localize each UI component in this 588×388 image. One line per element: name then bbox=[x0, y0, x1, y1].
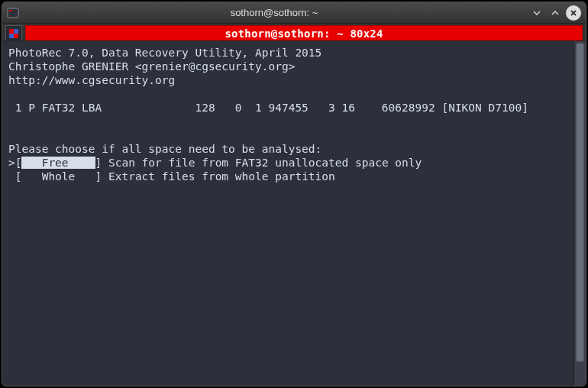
maximize-button[interactable] bbox=[548, 5, 563, 21]
menu-desc-whole: Extract files from whole partition bbox=[108, 170, 335, 183]
scan-prompt: Please choose if all space need to be an… bbox=[8, 143, 321, 155]
app-header-l1: PhotoRec 7.0, Data Recovery Utility, Apr… bbox=[8, 47, 321, 59]
terminal-scrollbar[interactable] bbox=[573, 41, 586, 386]
partition-row: 1 P FAT32 LBA 128 0 1 947455 3 16 606289… bbox=[8, 102, 528, 114]
menu-label-free: Free bbox=[21, 157, 95, 169]
tab-bar: sothorn@sothorn: ~ 80x24 bbox=[2, 24, 586, 40]
app-icon bbox=[7, 7, 19, 19]
window-title: sothorn@sothorn: ~ bbox=[24, 7, 525, 18]
active-tab[interactable]: sothorn@sothorn: ~ 80x24 bbox=[25, 25, 583, 40]
window-controls bbox=[529, 5, 581, 21]
tab-label: sothorn@sothorn: ~ 80x24 bbox=[225, 27, 383, 40]
menu-label-whole: Whole bbox=[21, 170, 95, 183]
minimize-button[interactable] bbox=[529, 5, 544, 21]
menu-desc-free: Scan for file from FAT32 unallocated spa… bbox=[108, 157, 422, 169]
terminal-window: sothorn@sothorn: ~ sothorn@sothorn: ~ 80… bbox=[2, 2, 586, 386]
svg-rect-4 bbox=[9, 34, 14, 38]
new-tab-button[interactable] bbox=[5, 25, 22, 40]
terminal-content[interactable]: PhotoRec 7.0, Data Recovery Utility, Apr… bbox=[2, 41, 573, 386]
app-header-l3: http://www.cgsecurity.org bbox=[8, 74, 175, 86]
scroll-thumb[interactable] bbox=[576, 43, 584, 362]
svg-rect-1 bbox=[9, 10, 12, 11]
terminal-wrap: PhotoRec 7.0, Data Recovery Utility, Apr… bbox=[2, 40, 586, 386]
window-titlebar[interactable]: sothorn@sothorn: ~ bbox=[2, 2, 586, 24]
selection-marker: > bbox=[8, 157, 15, 169]
svg-rect-2 bbox=[9, 29, 14, 34]
svg-rect-3 bbox=[14, 29, 18, 34]
svg-rect-0 bbox=[8, 8, 18, 18]
close-button[interactable] bbox=[566, 5, 581, 21]
app-header-l2: Christophe GRENIER <grenier@cgsecurity.o… bbox=[8, 60, 295, 73]
menu-option-whole[interactable]: [ Whole ] Extract files from whole parti… bbox=[8, 170, 569, 183]
menu-option-free[interactable]: >[ Free ] Scan for file from FAT32 unall… bbox=[8, 156, 569, 170]
svg-rect-5 bbox=[14, 34, 18, 38]
